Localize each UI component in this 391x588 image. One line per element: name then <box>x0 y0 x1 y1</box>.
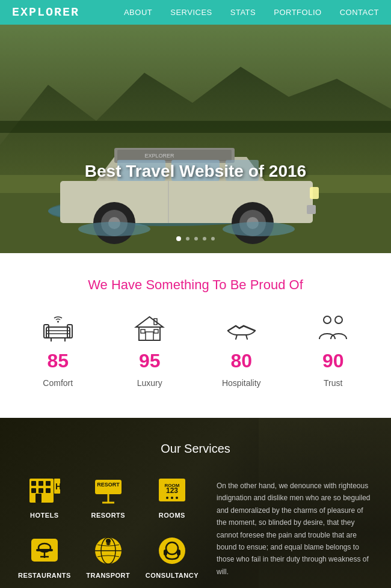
restaurants-icon <box>26 534 63 567</box>
svg-text:EXPLORER: EXPLORER <box>144 153 174 159</box>
svg-rect-36 <box>146 332 153 340</box>
hospitality-label: Hospitality <box>222 378 261 388</box>
service-hotels[interactable]: H HOTELS <box>18 474 71 519</box>
svg-point-26 <box>223 222 295 236</box>
services-description: On the other hand, we denounce with righ… <box>217 474 373 588</box>
stats-section: We Have Something To Be Proud Of <box>0 253 391 418</box>
svg-rect-21 <box>310 187 319 199</box>
hero-dots <box>176 236 215 241</box>
luxury-number: 95 <box>139 350 161 372</box>
consultancy-label: CONSULTANCY <box>146 572 199 579</box>
svg-rect-44 <box>38 481 43 486</box>
services-icons-grid: H HOTELS RESORT <box>18 474 199 579</box>
services-icons: H HOTELS RESORT <box>18 474 199 588</box>
svg-point-25 <box>78 222 150 236</box>
service-restaurants[interactable]: RESTAURANTS <box>18 534 71 579</box>
svg-rect-30 <box>46 331 70 334</box>
hero-title: Best Travel Website of 2016 <box>0 162 391 181</box>
svg-point-40 <box>324 316 331 323</box>
restaurants-label: RESTAURANTS <box>18 572 71 579</box>
service-resorts[interactable]: RESORT RESORTS <box>83 474 134 519</box>
svg-rect-43 <box>31 481 36 486</box>
svg-rect-38 <box>154 329 158 333</box>
services-body-text: On the other hand, we denounce with righ… <box>217 480 373 578</box>
trust-label: Trust <box>324 378 342 388</box>
svg-rect-4 <box>0 121 391 133</box>
svg-point-60 <box>171 497 173 499</box>
svg-rect-49 <box>35 494 42 503</box>
hotels-icon: H <box>26 474 63 507</box>
site-logo[interactable]: EXPLORER <box>12 5 124 19</box>
hero-image: EXPLORER <box>0 25 391 253</box>
comfort-number: 85 <box>47 350 69 372</box>
stats-grid: 85 Comfort 95 Luxury <box>12 314 379 388</box>
stat-hospitality: 80 Hospitality <box>205 314 277 388</box>
hero-section: EXPLORER Best Travel Website of 2016 <box>0 25 391 253</box>
nav-link-stats[interactable]: STATS <box>230 8 256 17</box>
transport-icon <box>90 534 126 567</box>
svg-rect-47 <box>38 488 43 493</box>
trust-number: 90 <box>322 350 344 372</box>
navigation: EXPLORER ABOUT SERVICES STATS PORTFOLIO … <box>0 0 391 25</box>
services-heading: Our Services <box>18 442 373 456</box>
dot-3[interactable] <box>194 237 198 240</box>
svg-rect-46 <box>31 488 36 493</box>
nav-links: ABOUT SERVICES STATS PORTFOLIO CONTACT <box>124 8 379 17</box>
resorts-icon: RESORT <box>90 474 126 507</box>
services-section: Our Services <box>0 418 391 588</box>
svg-text:H: H <box>55 482 61 491</box>
service-consultancy[interactable]: CONSULTANCY <box>146 534 199 579</box>
svg-rect-22 <box>307 205 316 214</box>
svg-point-33 <box>57 321 59 323</box>
consultancy-icon <box>154 534 190 567</box>
svg-marker-34 <box>136 317 163 327</box>
hospitality-icon <box>223 314 259 344</box>
svg-point-71 <box>159 537 185 564</box>
stats-heading: We Have Something To Be Proud Of <box>12 277 379 293</box>
service-transport[interactable]: TRANSPORT <box>83 534 134 579</box>
hospitality-number: 80 <box>230 350 252 372</box>
svg-rect-45 <box>46 481 51 486</box>
dot-5[interactable] <box>211 237 215 240</box>
resorts-label: RESORTS <box>91 512 125 519</box>
stat-luxury: 95 Luxury <box>114 314 186 388</box>
dot-4[interactable] <box>203 237 206 240</box>
svg-text:RESORT: RESORT <box>97 482 120 488</box>
rooms-icon: ROOM 123 <box>154 474 190 507</box>
svg-rect-27 <box>46 327 70 338</box>
stat-comfort: 85 Comfort <box>22 314 94 388</box>
dot-2[interactable] <box>186 237 189 240</box>
luxury-label: Luxury <box>137 378 162 388</box>
service-rooms[interactable]: ROOM 123 ROOMS <box>146 474 199 519</box>
svg-text:123: 123 <box>166 486 178 495</box>
comfort-label: Comfort <box>43 378 73 388</box>
hotels-label: HOTELS <box>30 512 59 519</box>
svg-point-70 <box>106 539 111 544</box>
svg-point-59 <box>166 497 168 499</box>
transport-label: TRANSPORT <box>86 572 130 579</box>
trust-icon <box>315 314 351 344</box>
dot-1[interactable] <box>176 236 181 241</box>
services-content: Our Services <box>18 442 373 588</box>
svg-point-41 <box>335 316 342 323</box>
stat-trust: 90 Trust <box>297 314 369 388</box>
nav-link-contact[interactable]: CONTACT <box>340 8 379 17</box>
svg-rect-48 <box>46 488 51 493</box>
nav-link-about[interactable]: ABOUT <box>124 8 152 17</box>
svg-rect-11 <box>117 150 232 161</box>
comfort-icon <box>40 314 76 344</box>
luxury-icon <box>132 314 168 344</box>
nav-link-portfolio[interactable]: PORTFOLIO <box>274 8 321 17</box>
services-layout: H HOTELS RESORT <box>18 474 373 588</box>
svg-point-61 <box>176 497 178 499</box>
nav-link-services[interactable]: SERVICES <box>170 8 212 17</box>
svg-rect-37 <box>141 329 145 333</box>
rooms-label: ROOMS <box>159 512 185 519</box>
